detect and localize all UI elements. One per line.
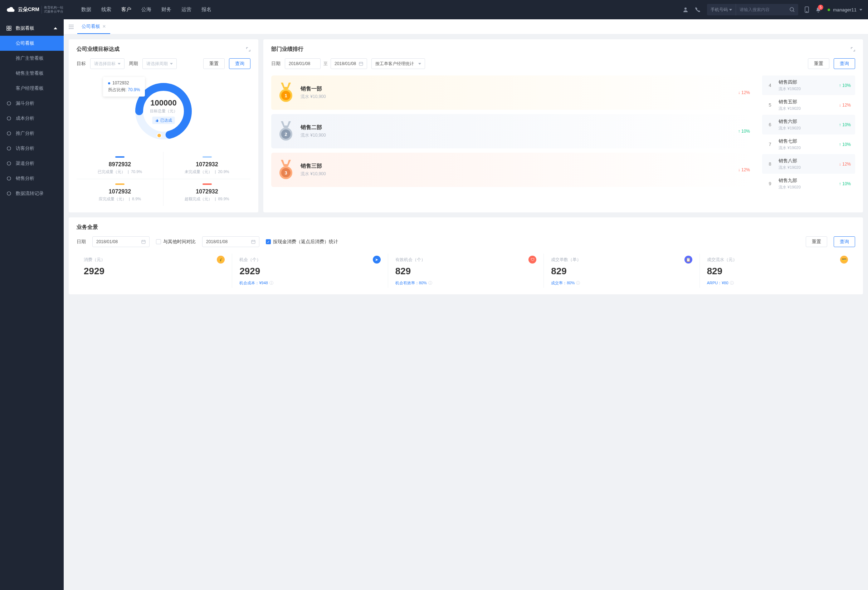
svg-point-12 (7, 162, 11, 165)
svg-rect-7 (9, 29, 11, 30)
statby-select[interactable]: 按工单客户经理统计 (371, 58, 425, 69)
calendar-icon (251, 240, 255, 244)
tab-company-board[interactable]: 公司看板 ✕ (77, 19, 110, 34)
rank-row-8: 8销售八部流水 ¥19020↓ 12% (762, 154, 855, 174)
consume-checkbox[interactable]: ✓ 按现金消费（返点后消费）统计 (266, 238, 338, 245)
svg-point-14 (7, 192, 11, 195)
reset-button[interactable]: 重置 (806, 236, 827, 247)
channel-icon (6, 161, 12, 166)
dashboard-icon (6, 26, 12, 31)
sidebar-sub-3[interactable]: 客户经理看板 (0, 81, 64, 96)
stat-cell-2: 有效机会（个）🛡829机会有效率：80% ⓘ (388, 253, 544, 288)
overview-title: 业务全景 (77, 224, 855, 231)
sidebar-header-dashboard[interactable]: 数据看板 (0, 21, 64, 36)
sidebar-sub-1[interactable]: 推广主管看板 (0, 51, 64, 66)
bell-icon[interactable]: 5 (815, 7, 821, 13)
person-icon[interactable] (683, 7, 688, 13)
username: manager11 (833, 7, 856, 13)
help-icon[interactable]: ⓘ (428, 280, 432, 286)
sidebar-item-sales[interactable]: 销售分析 (0, 171, 64, 186)
brand-name: 云朵CRM (18, 6, 39, 13)
query-button[interactable]: 查询 (229, 58, 251, 69)
metric-cell-2: 1072932应完成量（元） | 8.9% (77, 179, 164, 206)
logo[interactable]: 云朵CRM 教育机构一站式服务云平台 (6, 4, 63, 15)
stat-foot: ARPU：¥80 ⓘ (707, 280, 848, 286)
rank-top-3: 3销售三部流水 ¥10,900↓ 12% (271, 153, 756, 187)
sidebar-sub-2[interactable]: 销售主管看板 (0, 66, 64, 81)
rank-top-2: 2销售二部流水 ¥10,900↑ 10% (271, 114, 756, 149)
help-icon[interactable]: ⓘ (269, 280, 273, 286)
phone-icon[interactable] (695, 7, 701, 13)
search-prefix-select[interactable]: 手机号码 (707, 4, 736, 15)
svg-rect-4 (7, 26, 9, 28)
sidebar-item-visitor[interactable]: 访客分析 (0, 141, 64, 156)
expand-icon[interactable] (246, 47, 251, 51)
search-icon[interactable] (786, 7, 798, 12)
trend-indicator: ↑ 10% (839, 142, 851, 147)
query-button[interactable]: 查询 (834, 58, 855, 69)
nav-item-6[interactable]: 报名 (201, 6, 211, 13)
reset-button[interactable]: 重置 (203, 58, 225, 69)
stat-cell-4: 成交流水（元）💳829ARPU：¥80 ⓘ (700, 253, 855, 288)
chart-tooltip: 1072932 所占比例:70.9% (103, 77, 145, 97)
svg-text:1: 1 (285, 93, 287, 99)
sidebar-item-promo[interactable]: 推广分析 (0, 126, 64, 141)
metric-cell-0: 8972932已完成量（元） | 70.9% (77, 152, 164, 179)
trend-indicator: ↑ 10% (738, 129, 750, 134)
nav-item-1[interactable]: 线索 (101, 6, 111, 13)
search-input[interactable] (736, 7, 786, 12)
query-button[interactable]: 查询 (834, 236, 855, 247)
reset-button[interactable]: 重置 (808, 58, 830, 69)
date-to-input[interactable]: 2018/01/08 (331, 58, 367, 69)
target-label: 目标 (77, 60, 86, 67)
stat-icon: ➤ (373, 256, 381, 263)
sidebar-item-channel[interactable]: 渠道分析 (0, 156, 64, 171)
nav-item-4[interactable]: 财务 (161, 6, 171, 13)
svg-point-11 (7, 147, 11, 150)
nav-item-2[interactable]: 客户 (121, 6, 131, 13)
thumbs-up-icon (155, 119, 159, 122)
achieved-badge: 已达成 (152, 116, 175, 124)
promo-icon (6, 131, 12, 136)
navbar: 云朵CRM 教育机构一站式服务云平台 数据线索客户公海财务运营报名 手机号码 5… (0, 0, 868, 19)
target-select[interactable]: 请选择目标 (90, 58, 124, 69)
nav-item-0[interactable]: 数据 (81, 6, 91, 13)
main: 公司看板 ✕ 公司业绩目标达成 目标 请选择目标 周期 请选择周期 重置 查询 (64, 19, 868, 299)
date-from-input[interactable]: 2018/01/08 (285, 58, 320, 69)
period-select[interactable]: 请选择周期 (142, 58, 177, 69)
rank-row-4: 4销售四部流水 ¥19020↑ 10% (762, 75, 855, 95)
medal-2-icon: 2 (277, 121, 295, 142)
goal-title: 公司业绩目标达成 (77, 46, 120, 53)
help-icon[interactable]: ⓘ (576, 280, 580, 286)
calendar-icon (141, 240, 146, 244)
donut-chart: 1072932 所占比例:70.9% 100000 目标总量（元） 已达成 (77, 75, 251, 147)
nav-item-3[interactable]: 公海 (141, 6, 151, 13)
date-label: 日期 (271, 60, 280, 67)
sidebar-item-funnel[interactable]: 漏斗分析 (0, 96, 64, 111)
mobile-icon[interactable] (805, 6, 809, 13)
sidebar-item-flow[interactable]: 数据流转记录 (0, 186, 64, 201)
overview-date2[interactable]: 2018/01/08 (202, 236, 260, 247)
expand-icon[interactable] (851, 47, 855, 51)
stat-icon: 🛡 (528, 256, 536, 263)
ranking-title: 部门业绩排行 (271, 46, 303, 53)
compare-checkbox[interactable]: 与其他时间对比 (156, 238, 196, 245)
help-icon[interactable]: ⓘ (730, 280, 734, 286)
visitor-icon (6, 146, 12, 151)
stat-cell-0: 消费（元）💰2929 (77, 253, 232, 288)
cloud-icon (6, 4, 16, 15)
trend-indicator: ↓ 12% (738, 167, 750, 172)
sidebar-item-cost[interactable]: 成本分析 (0, 111, 64, 126)
user-menu[interactable]: manager11 (828, 7, 862, 13)
svg-rect-5 (9, 26, 11, 28)
donut-label: 目标总量（元） (150, 108, 177, 114)
sidebar-sub-0[interactable]: 公司看板 (0, 36, 64, 51)
nav-item-5[interactable]: 运营 (182, 6, 192, 13)
svg-point-1 (790, 7, 794, 11)
overview-date1[interactable]: 2018/01/08 (92, 236, 149, 247)
metric-cell-3: 1072932超额完成（元） | 89.9% (164, 179, 251, 206)
rank-top-1: 1销售一部流水 ¥10,900↓ 12% (271, 75, 756, 110)
calendar-icon (359, 62, 363, 66)
hamburger-icon[interactable] (69, 25, 74, 29)
close-icon[interactable]: ✕ (102, 24, 106, 29)
